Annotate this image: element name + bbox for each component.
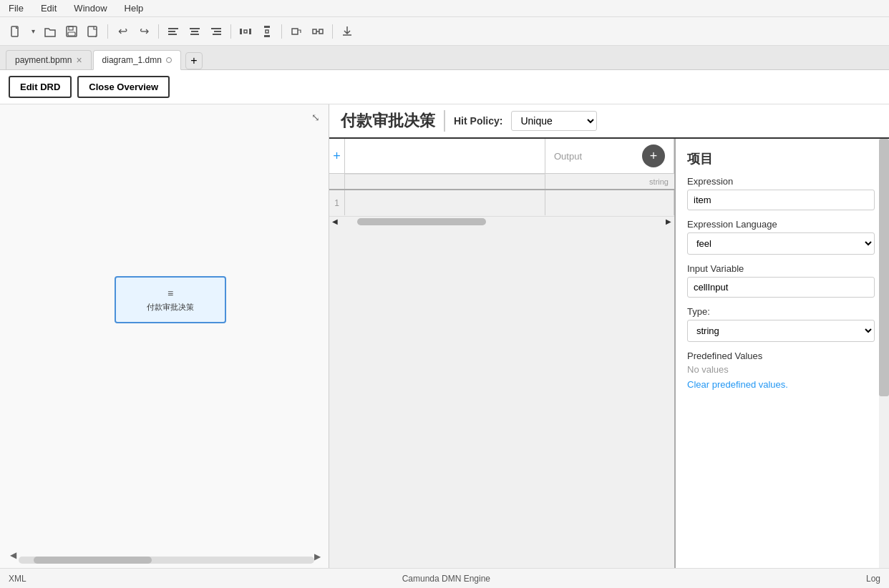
svg-rect-12: [211, 28, 221, 29]
output-col-header: Output +: [545, 139, 674, 173]
clear-predefined-link[interactable]: Clear predefined values.: [687, 379, 788, 390]
new-dropdown-button[interactable]: ▾: [27, 21, 39, 41]
status-left[interactable]: XML: [9, 574, 26, 584]
svg-rect-17: [244, 30, 247, 33]
svg-rect-23: [319, 29, 323, 34]
v-scrollbar[interactable]: [879, 139, 889, 568]
menubar: File Edit Window Help: [0, 0, 889, 17]
resize-button[interactable]: [286, 21, 306, 41]
export-button[interactable]: [337, 21, 357, 41]
action-bar: Edit DRD Close Overview: [0, 70, 889, 104]
tab-label: payment.bpmn: [15, 55, 72, 65]
v-scroll-thumb: [879, 139, 889, 396]
collapse-button[interactable]: ⤡: [309, 110, 323, 124]
dmn-table-header-row: + Output +: [329, 139, 674, 174]
svg-rect-6: [168, 28, 178, 29]
align-right-button[interactable]: [206, 21, 226, 41]
output-col-type: string: [545, 174, 674, 189]
decision-table-icon: ≡: [167, 288, 173, 299]
undo-button[interactable]: ↩: [112, 21, 132, 41]
table-row: 1: [329, 190, 674, 216]
expression-language-label: Expression Language: [687, 219, 875, 230]
align-left-button[interactable]: [163, 21, 183, 41]
svg-rect-11: [190, 34, 199, 35]
align-center-button[interactable]: [185, 21, 205, 41]
diagram-node[interactable]: ≡ 付款审批决策: [115, 276, 226, 323]
h-scroll-right[interactable]: ▶: [663, 217, 674, 226]
row-number: 1: [329, 190, 345, 215]
scroll-left-button[interactable]: ◀: [6, 548, 20, 562]
svg-text:↓: ↓: [94, 33, 97, 38]
toolbar: ▾ ↓ ↩ ↪: [0, 17, 889, 46]
node-label: 付款审批决策: [147, 302, 194, 313]
svg-rect-8: [168, 34, 177, 35]
no-values-label: No values: [687, 364, 875, 375]
close-overview-button[interactable]: Close Overview: [77, 76, 170, 98]
menu-file[interactable]: File: [6, 1, 26, 15]
svg-rect-15: [240, 29, 242, 34]
svg-rect-18: [264, 26, 270, 28]
svg-rect-22: [313, 29, 316, 34]
side-panel: 项目 Expression Expression Language feel j…: [674, 139, 889, 568]
type-label: Type:: [687, 306, 875, 317]
input-cell[interactable]: [345, 190, 545, 215]
tab-diagram-dmn[interactable]: diagram_1.dmn: [93, 50, 181, 70]
diagram-canvas: ⤡ ≡ 付款审批决策 ◀ ▶: [0, 104, 329, 568]
add-row-button[interactable]: +: [329, 139, 345, 173]
hit-policy-label: Hit Policy:: [454, 115, 502, 127]
tab-label: diagram_1.dmn: [102, 55, 162, 65]
h-scroll-track[interactable]: [341, 217, 663, 226]
distribute-v-button[interactable]: [257, 21, 277, 41]
header-separator: [444, 110, 445, 132]
predefined-values-label: Predefined Values: [687, 351, 875, 361]
scroll-right-button[interactable]: ▶: [311, 551, 323, 562]
menu-help[interactable]: Help: [122, 1, 147, 15]
menu-edit[interactable]: Edit: [38, 1, 59, 15]
svg-rect-13: [214, 31, 221, 32]
tabs-bar: payment.bpmn × diagram_1.dmn +: [0, 46, 889, 70]
edit-drd-button[interactable]: Edit DRD: [9, 76, 72, 98]
tab-modified-dot: [166, 57, 172, 63]
svg-rect-9: [190, 28, 200, 29]
tab-close-icon[interactable]: ×: [76, 55, 82, 65]
dmn-panel: 付款审批决策 Hit Policy: Unique First Priority…: [329, 104, 889, 568]
save-button[interactable]: [62, 21, 82, 41]
dmn-title: 付款审批决策: [341, 110, 435, 132]
input-variable-label: Input Variable: [687, 263, 875, 274]
svg-rect-20: [266, 30, 268, 33]
redo-button[interactable]: ↪: [134, 21, 154, 41]
svg-rect-19: [264, 35, 270, 37]
panel-title: 项目: [687, 150, 875, 167]
tab-add-button[interactable]: +: [185, 52, 203, 69]
new-button[interactable]: [6, 21, 26, 41]
distribute-h-button[interactable]: [235, 21, 256, 41]
hit-policy-select[interactable]: Unique First Priority Any Collect Rule o…: [511, 111, 597, 131]
type-row: string: [329, 174, 674, 190]
connect-button[interactable]: [308, 21, 328, 41]
svg-rect-3: [68, 32, 75, 36]
dmn-table-area: + Output + string 1: [329, 139, 889, 568]
tab-payment-bpmn[interactable]: payment.bpmn ×: [6, 50, 92, 69]
status-right[interactable]: Log: [866, 574, 880, 584]
expression-language-select[interactable]: feel javascript groovy python juel: [687, 232, 875, 255]
dmn-table-container: + Output + string 1: [329, 139, 674, 568]
input-variable-input[interactable]: [687, 277, 875, 298]
expression-input[interactable]: [687, 190, 875, 210]
statusbar: XML Camunda DMN Engine Log: [0, 568, 889, 588]
save-as-button[interactable]: ↓: [83, 21, 103, 41]
svg-rect-7: [168, 31, 175, 32]
svg-rect-14: [213, 34, 221, 35]
status-center: Camunda DMN Engine: [402, 574, 490, 584]
add-output-col-button[interactable]: +: [642, 144, 665, 167]
h-scroll-left[interactable]: ◀: [329, 217, 341, 226]
input-col-header[interactable]: [345, 139, 545, 173]
h-scrollbar: ◀ ▶: [329, 216, 674, 226]
svg-rect-10: [191, 31, 198, 32]
output-cell[interactable]: [545, 190, 674, 215]
menu-window[interactable]: Window: [71, 1, 110, 15]
svg-rect-21: [292, 29, 298, 34]
dmn-header: 付款审批决策 Hit Policy: Unique First Priority…: [329, 104, 889, 139]
open-button[interactable]: [40, 21, 60, 41]
type-select[interactable]: string integer long double boolean date: [687, 320, 875, 342]
main-content: ⤡ ≡ 付款审批决策 ◀ ▶ 付款审批决策 Hit Policy: Unique…: [0, 104, 889, 568]
